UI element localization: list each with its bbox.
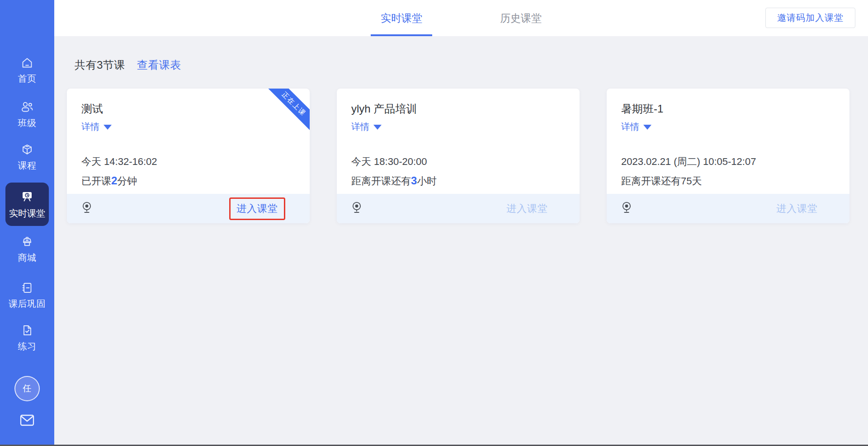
countdown-prefix: 距离开课还有75天 (621, 175, 702, 187)
practice-icon (20, 324, 34, 337)
lesson-countdown: 已开课2分钟 (81, 174, 295, 188)
card-footer: 进入课堂 (67, 194, 310, 223)
enter-classroom-link[interactable]: 进入课堂 (506, 202, 548, 216)
lesson-card: 暑期班-1 详情 2023.02.21 (周二) 10:05-12:07 距离开… (607, 89, 849, 223)
sidebar-item-label: 实时课堂 (9, 207, 45, 220)
details-label: 详情 (621, 121, 639, 133)
lesson-card: ylyh 产品培训 详情 今天 18:30-20:00 距离开课还有3小时 (337, 89, 580, 223)
lesson-title: ylyh 产品培训 (351, 102, 565, 116)
sidebar-item-label: 首页 (18, 73, 37, 85)
home-icon (20, 56, 34, 70)
countdown-value: 2 (111, 174, 117, 187)
details-label: 详情 (351, 121, 369, 133)
chevron-down-icon (373, 125, 382, 130)
webcam-icon (621, 201, 632, 216)
sidebar-item-label: 课后巩固 (9, 298, 46, 310)
details-toggle[interactable]: 详情 (351, 121, 565, 133)
store-icon (20, 235, 34, 249)
course-icon (20, 143, 34, 156)
join-by-code-button[interactable]: 邀请码加入课堂 (765, 8, 855, 28)
lesson-time: 今天 14:32-16:02 (81, 155, 295, 169)
notebook-icon (20, 281, 34, 295)
avatar[interactable]: 任 (14, 376, 40, 401)
sidebar-item-store[interactable]: 商城 (0, 235, 54, 264)
sidebar-item-label: 商城 (18, 252, 37, 264)
webcam-icon (351, 201, 362, 216)
ribbon-wrap: 正在上课 (267, 89, 310, 131)
main-content: 共有3节课 查看课表 正在上课 测试 详情 今天 14:32-16:02 已开课… (54, 36, 868, 446)
app-window: 首页 班级 课程 (0, 0, 868, 446)
card-footer: 进入课堂 (607, 194, 849, 223)
view-schedule-link[interactable]: 查看课表 (137, 58, 181, 72)
sidebar-item-label: 班级 (18, 117, 37, 129)
lesson-countdown: 距离开课还有3小时 (351, 174, 565, 188)
lesson-count-text: 共有3节课 (75, 58, 125, 72)
countdown-suffix: 小时 (417, 175, 437, 187)
topbar: 实时课堂 历史课堂 邀请码加入课堂 (54, 0, 868, 36)
lesson-time: 今天 18:30-20:00 (351, 155, 565, 169)
users-icon (20, 100, 34, 114)
webcam-icon (81, 201, 92, 216)
sidebar-item-class[interactable]: 班级 (0, 100, 54, 129)
sidebar-item-practice[interactable]: 练习 (0, 324, 54, 352)
sidebar-item-label: 课程 (18, 160, 37, 172)
card-footer: 进入课堂 (337, 194, 580, 223)
avatar-initial: 任 (23, 383, 32, 394)
enter-classroom-link[interactable]: 进入课堂 (776, 202, 818, 216)
tab-label: 历史课堂 (500, 11, 542, 25)
enter-classroom-link[interactable]: 进入课堂 (236, 203, 278, 214)
lesson-countdown: 距离开课还有75天 (621, 174, 835, 188)
lesson-card: 正在上课 测试 详情 今天 14:32-16:02 已开课2分钟 (67, 89, 310, 223)
join-button-label: 邀请码加入课堂 (777, 12, 844, 24)
sidebar-item-label: 练习 (18, 340, 37, 352)
details-toggle[interactable]: 详情 (621, 121, 835, 133)
highlight-box: 进入课堂 (229, 197, 285, 220)
lesson-cards: 正在上课 测试 详情 今天 14:32-16:02 已开课2分钟 (67, 89, 849, 223)
sidebar: 首页 班级 课程 (0, 0, 54, 446)
details-label: 详情 (81, 121, 99, 133)
chevron-down-icon (104, 125, 112, 130)
countdown-prefix: 已开课 (81, 175, 111, 187)
lesson-title: 测试 (81, 102, 295, 116)
countdown-suffix: 分钟 (117, 175, 137, 187)
countdown-value: 3 (411, 174, 417, 187)
summary-row: 共有3节课 查看课表 (75, 58, 181, 72)
sidebar-item-homework[interactable]: 课后巩固 (0, 281, 54, 310)
chevron-down-icon (643, 125, 651, 130)
card-body: 暑期班-1 详情 2023.02.21 (周二) 10:05-12:07 距离开… (607, 89, 849, 188)
tab-live-classroom[interactable]: 实时课堂 (381, 0, 422, 36)
countdown-prefix: 距离开课还有 (351, 175, 411, 187)
tab-bar: 实时课堂 历史课堂 (54, 0, 868, 36)
mail-icon[interactable] (19, 414, 35, 428)
in-class-ribbon: 正在上课 (267, 89, 310, 131)
tab-label: 实时课堂 (381, 11, 422, 25)
lesson-time: 2023.02.21 (周二) 10:05-12:07 (621, 155, 835, 169)
details-toggle[interactable]: 详情 (81, 121, 295, 133)
tab-history-classroom[interactable]: 历史课堂 (500, 0, 542, 36)
lesson-title: 暑期班-1 (621, 102, 835, 116)
sidebar-item-live-classroom[interactable]: 实时课堂 (5, 183, 49, 226)
live-classroom-icon (20, 189, 34, 205)
sidebar-item-home[interactable]: 首页 (0, 56, 54, 85)
sidebar-item-course[interactable]: 课程 (0, 143, 54, 172)
card-body: ylyh 产品培训 详情 今天 18:30-20:00 距离开课还有3小时 (337, 89, 580, 188)
